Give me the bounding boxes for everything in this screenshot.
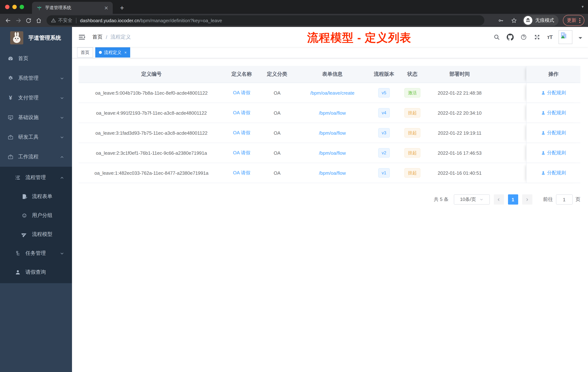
browser-menu-icon[interactable] — [579, 18, 580, 23]
form-info-link[interactable]: /bpm/oa/flow — [319, 130, 346, 136]
sidebar-item-process-mgmt[interactable]: 流程管理 — [0, 168, 72, 187]
user-icon — [15, 269, 21, 275]
sidebar-item-user-group[interactable]: 用户分组 — [0, 206, 72, 225]
assign-rule-link[interactable]: 分配规则 — [541, 150, 566, 156]
not-secure-label[interactable]: 不安全 — [58, 17, 72, 24]
definition-category-cell: OA — [259, 103, 295, 123]
goto-page-input[interactable] — [556, 194, 573, 205]
definition-name-link[interactable]: OA 请假 — [233, 170, 250, 176]
toolbar-right: 无痕模式 更新 — [496, 15, 584, 26]
sidebar-menu: 首页系统管理¥支付管理基础设施研发工具工作流程流程管理流程表单用户分组流程模型任… — [0, 49, 72, 283]
tag-close-icon[interactable]: × — [124, 50, 127, 55]
not-secure-warning-icon[interactable] — [51, 18, 56, 23]
form-info-link[interactable]: /bpm/oa/flow — [319, 170, 346, 176]
definition-name-link[interactable]: OA 请假 — [233, 150, 250, 156]
fullscreen-icon[interactable] — [534, 33, 541, 41]
page-size-select[interactable]: 10条/页 — [454, 194, 490, 205]
definition-name-link[interactable]: OA 请假 — [233, 109, 250, 116]
chevron-down-icon — [60, 251, 64, 255]
sidebar-item-label: 流程表单 — [32, 193, 52, 200]
sidebar: 芋道管理系统 首页系统管理¥支付管理基础设施研发工具工作流程流程管理流程表单用户… — [0, 27, 72, 372]
sidebar-item-label: 工作流程 — [18, 153, 39, 160]
definition-name-link[interactable]: OA 请假 — [233, 89, 250, 96]
back-icon[interactable] — [4, 16, 12, 25]
goto-suffix: 页 — [576, 196, 580, 203]
monitor-icon — [7, 114, 14, 121]
breadcrumb-home[interactable]: 首页 — [92, 34, 103, 40]
deploy-time-cell: 2022-01-16 01:40:51 — [426, 163, 493, 183]
sidebar-item-home[interactable]: 首页 — [0, 49, 72, 68]
sidebar-item-label: 流程模型 — [32, 231, 52, 238]
chevron-down-icon — [60, 76, 64, 80]
browser-tab[interactable]: 芋道管理系统 ✕ — [32, 2, 113, 14]
search-icon[interactable] — [493, 33, 501, 41]
avatar-caret-icon[interactable] — [578, 37, 582, 41]
sidebar-item-task-mgmt[interactable]: 任务管理 — [0, 244, 72, 263]
filler-cell — [493, 103, 526, 123]
sidebar-item-workflow[interactable]: 工作流程 — [0, 147, 72, 167]
version-badge: v1 — [378, 168, 390, 178]
close-window-button[interactable] — [5, 5, 10, 9]
col-definition-id: 定义编号 — [79, 66, 224, 83]
version-badge: v4 — [378, 108, 390, 118]
pagination: 共 5 条 10条/页 1 前往 页 — [79, 194, 580, 205]
browser-tab-strip: 芋道管理系统 ✕ + ▾ — [0, 0, 588, 14]
tag-home[interactable]: 首页 — [77, 47, 93, 57]
active-tag-dot — [99, 51, 102, 54]
table-header-row: 定义编号 定义名称 定义分类 表单信息 流程版本 状态 部署时间 操作 — [79, 66, 580, 83]
form-info-link[interactable]: /bpm/oa/flow — [319, 150, 346, 156]
definition-id-cell: oa_leave:2:3c1f0ef1-76b1-11ec-9c66-a2380… — [79, 143, 224, 163]
sidebar-item-label: 任务管理 — [25, 250, 46, 257]
font-size-icon[interactable]: ᴛT — [547, 34, 552, 40]
password-key-icon[interactable] — [496, 16, 505, 25]
new-tab-button[interactable]: + — [118, 2, 126, 14]
github-icon[interactable] — [507, 33, 514, 41]
browser-update-button[interactable]: 更新 — [563, 15, 584, 26]
sidebar-item-leave-query[interactable]: 请假查询 — [0, 263, 72, 282]
user-avatar[interactable] — [558, 30, 572, 44]
definition-category-cell: OA — [259, 83, 295, 103]
forward-icon[interactable] — [14, 16, 22, 25]
sidebar-item-infrastructure[interactable]: 基础设施 — [0, 108, 72, 127]
status-badge: 挂起 — [404, 168, 420, 178]
table-row: oa_leave:4:991f2193-7b7f-11ec-a3c8-acde4… — [79, 103, 580, 123]
sidebar-item-payment[interactable]: ¥支付管理 — [0, 88, 72, 108]
usergroup-icon — [21, 212, 28, 219]
assign-rule-link[interactable]: 分配规则 — [541, 170, 566, 176]
assign-rule-link[interactable]: 分配规则 — [541, 130, 566, 136]
assign-rule-link[interactable]: 分配规则 — [541, 89, 566, 96]
current-page-button[interactable]: 1 — [508, 194, 518, 205]
next-page-button[interactable] — [522, 194, 532, 205]
sidebar-item-system[interactable]: 系统管理 — [0, 68, 72, 88]
logo-block[interactable]: 芋道管理系统 — [0, 27, 72, 49]
browser-toolbar: 不安全 dashboard.yudao.iocoder.cn/bpm/manag… — [0, 14, 588, 27]
bookmark-star-icon[interactable] — [509, 16, 518, 25]
form-info-link[interactable]: /bpm/oa/leave/create — [310, 90, 355, 96]
reload-icon[interactable] — [24, 16, 33, 25]
sidebar-item-process-form[interactable]: 流程表单 — [0, 187, 72, 206]
url-text[interactable]: dashboard.yudao.iocoder.cn/bpm/manager/d… — [80, 18, 222, 23]
table-row: oa_leave:1:482ec033-762a-11ec-8477-a2380… — [79, 163, 580, 183]
tag-process-definition[interactable]: 流程定义 × — [95, 47, 130, 57]
collapse-sidebar-icon[interactable] — [78, 33, 86, 41]
tab-close-icon[interactable]: ✕ — [103, 5, 110, 11]
home-icon[interactable] — [34, 16, 43, 25]
minimize-window-button[interactable] — [12, 5, 17, 9]
col-deploy-time: 部署时间 — [426, 66, 493, 83]
table-row: oa_leave:3:1fad3d93-7b75-11ec-a3c8-acde4… — [79, 123, 580, 143]
sidebar-item-process-model[interactable]: 流程模型 — [0, 225, 72, 244]
definition-name-link[interactable]: OA 请假 — [233, 130, 250, 136]
update-label[interactable]: 更新 — [567, 17, 576, 24]
assign-rule-link[interactable]: 分配规则 — [541, 109, 566, 116]
address-bar[interactable]: 不安全 dashboard.yudao.iocoder.cn/bpm/manag… — [47, 15, 484, 25]
form-info-link[interactable]: /bpm/oa/flow — [319, 110, 346, 116]
tab-search-chevron-icon[interactable]: ▾ — [582, 4, 584, 9]
yen-icon: ¥ — [7, 95, 14, 101]
window-controls — [5, 5, 24, 9]
prev-page-button[interactable] — [494, 194, 504, 205]
help-icon[interactable] — [520, 33, 527, 41]
maximize-window-button[interactable] — [20, 5, 24, 9]
incognito-badge: 无痕模式 — [523, 15, 558, 26]
sidebar-item-dev-tools[interactable]: 研发工具 — [0, 127, 72, 147]
pagination-total: 共 5 条 — [434, 196, 449, 203]
